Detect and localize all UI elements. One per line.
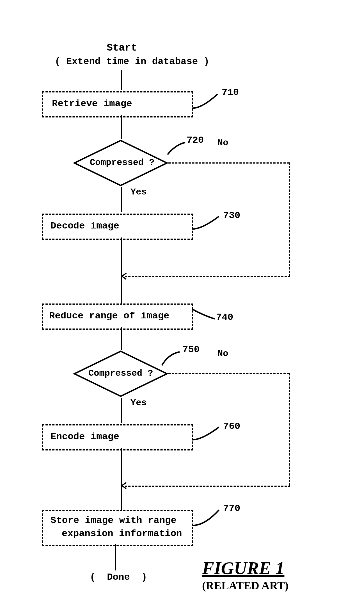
ref-750: 750 (182, 344, 200, 355)
edge-yes-2: Yes (131, 398, 147, 408)
connector-dash (289, 162, 290, 276)
connector-dash (289, 373, 290, 486)
connector (121, 398, 122, 423)
connector (115, 544, 116, 570)
edge-yes-1: Yes (131, 187, 147, 197)
done-label: ( Done ) (90, 572, 147, 583)
process-store-label-1: Store image with range (51, 515, 177, 526)
ref-760: 760 (223, 421, 240, 432)
ref-770: 770 (223, 503, 240, 514)
process-retrieve-label: Retrieve image (52, 98, 132, 109)
ref-740: 740 (216, 312, 233, 323)
process-decode-label: Decode image (51, 221, 119, 231)
decision-compressed-2-label: Compressed ? (88, 368, 153, 379)
process-store-label-2: expansion information (62, 528, 182, 539)
leader-760 (191, 426, 222, 441)
connector (121, 237, 122, 303)
leader-740 (191, 306, 216, 320)
ref-730: 730 (223, 210, 240, 221)
ref-710: 710 (222, 87, 239, 98)
leader-770 (191, 509, 222, 528)
process-reduce-label: Reduce range of image (49, 311, 169, 321)
connector (121, 448, 122, 510)
connector (121, 327, 122, 350)
figure-title: FIGURE 1 (202, 558, 284, 579)
edge-no-1: No (218, 138, 228, 148)
connector (121, 115, 122, 139)
ref-720: 720 (187, 135, 204, 146)
start-subtitle: ( Extend time in database ) (55, 56, 209, 67)
figure-subtitle: (RELATED ART) (202, 579, 289, 592)
decision-compressed-1-label: Compressed ? (90, 157, 154, 168)
leader-720 (167, 142, 187, 156)
leader-750 (161, 351, 181, 367)
connector (121, 70, 122, 90)
connector-dash (168, 373, 289, 374)
connector-dash (125, 276, 290, 277)
leader-710 (191, 93, 225, 110)
connector (121, 187, 122, 212)
process-encode-label: Encode image (51, 431, 119, 442)
edge-no-2: No (218, 348, 228, 359)
connector-dash (125, 486, 290, 487)
leader-730 (191, 215, 222, 230)
start-label: Start (107, 42, 137, 54)
connector-dash (168, 162, 289, 164)
